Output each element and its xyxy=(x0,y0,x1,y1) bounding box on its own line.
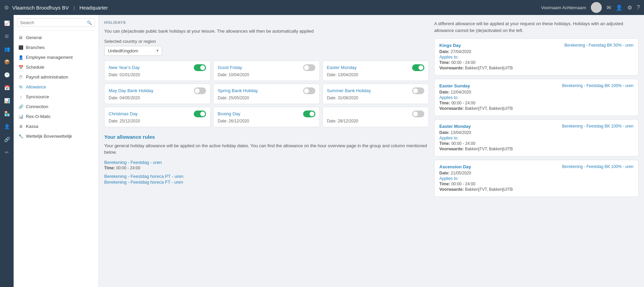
holiday-date-0: Date: 01/01/2020 xyxy=(109,72,206,77)
holiday-toggle-8[interactable] xyxy=(412,111,424,117)
sidebar-item-allowance[interactable]: % Allowance xyxy=(14,82,98,92)
mail-icon[interactable]: ✉ xyxy=(607,4,611,11)
holiday-toggle-7[interactable] xyxy=(303,111,315,117)
gear-settings-icon[interactable]: ⚙ xyxy=(4,4,9,11)
detail-card-calc-1: Berekening - Feestdag BK 100% - uren xyxy=(562,83,633,88)
holiday-card-2: Easter Monday Date: 13/04/2020 xyxy=(323,61,429,81)
user-avatar xyxy=(591,2,602,13)
sidebar-item-kassa[interactable]: 🖥 Kassa xyxy=(14,121,98,131)
section-tag: HOLIDAYS xyxy=(104,20,429,24)
strip-grid-icon[interactable]: ⊞ xyxy=(1,31,12,41)
holidays-info-text: You can (de)activate public bank holiday… xyxy=(104,28,429,35)
sidebar-item-label-general: General xyxy=(26,35,42,40)
sidebar-item-wettelijk[interactable]: 🔧 Wettelijk Bovenwettelijk xyxy=(14,131,98,141)
region-select-wrapper[interactable]: UnitedKingdom Netherlands Belgium German… xyxy=(104,46,162,56)
holiday-toggle-6[interactable] xyxy=(194,111,206,117)
holiday-toggle-0[interactable] xyxy=(194,64,206,71)
detail-card-time-3: Time: 00:00 - 24:00 xyxy=(439,182,633,186)
help-icon[interactable]: ? xyxy=(637,4,640,11)
holiday-toggle-1[interactable] xyxy=(303,64,315,71)
right-info-text: A different allowance will be applied at… xyxy=(434,20,639,34)
syncsource-icon: ↕ xyxy=(18,95,23,99)
strip-link-icon[interactable]: 🔗 xyxy=(1,134,12,145)
strip-people-icon[interactable]: 👥 xyxy=(1,44,12,54)
holiday-date-5: Date: 31/08/2020 xyxy=(327,96,424,100)
allowance-desc: Your general holiday allowance will be a… xyxy=(104,142,429,156)
holiday-date-4: Date: 25/05/2020 xyxy=(218,96,315,100)
topnav-location: Headquarter xyxy=(79,5,108,11)
topnav-left: ⚙ Vlaamsch Broodhuys BV | Headquarter xyxy=(4,4,108,11)
sidebar-item-label-kassa: Kassa xyxy=(26,124,38,129)
allowance-rule-time-0: Time: 00:00 - 24:00 xyxy=(104,166,429,170)
holiday-name-1: Good Friday xyxy=(218,65,242,70)
holiday-toggle-2[interactable] xyxy=(412,64,424,71)
detail-card-date-3: Date: 21/05/2020 xyxy=(439,171,633,175)
strip-pen-icon[interactable]: ✏ xyxy=(1,147,12,158)
detail-card-name-3: Ascension Day xyxy=(439,164,471,169)
sidebar: 🔍 🏛 General ⬛ Branches 👤 Employee manage… xyxy=(14,15,99,287)
region-select[interactable]: UnitedKingdom Netherlands Belgium German… xyxy=(104,46,162,56)
holiday-date-2: Date: 13/04/2020 xyxy=(327,72,424,77)
allowance-rule-link-0[interactable]: Berekening - Feestdag - uren xyxy=(104,160,429,165)
detail-card-time-2: Time: 00:00 - 24:00 xyxy=(439,141,633,146)
strip-chart-icon[interactable]: 📈 xyxy=(1,18,12,29)
strip-user2-icon[interactable]: 👤 xyxy=(1,121,12,132)
strip-shop-icon[interactable]: 🏪 xyxy=(1,108,12,119)
user-icon[interactable]: 👤 xyxy=(616,4,623,11)
strip-calendar-icon[interactable]: 📅 xyxy=(1,82,12,93)
branches-icon: ⬛ xyxy=(18,45,23,50)
icon-strip: 📈 ⊞ 👥 📦 🕐 📅 📊 🏪 👤 🔗 ✏ xyxy=(0,15,14,287)
wettelijk-icon: 🔧 xyxy=(18,134,23,139)
holiday-toggle-3[interactable] xyxy=(194,87,206,94)
strip-chart2-icon[interactable]: 📊 xyxy=(1,95,12,106)
holiday-toggle-5[interactable] xyxy=(412,87,424,94)
main-content: HOLIDAYS You can (de)activate public ban… xyxy=(99,15,644,287)
detail-card-3: Ascension Day Berekening - Feestdag BK 1… xyxy=(434,160,639,197)
sidebar-nav: 🏛 General ⬛ Branches 👤 Employee manageme… xyxy=(14,31,98,143)
holiday-date-3: Date: 04/05/2020 xyxy=(109,96,206,100)
holiday-card-4: Spring Bank Holiday Date: 25/05/2020 xyxy=(213,84,319,104)
holiday-name-5: Summer Bank Holiday xyxy=(327,88,371,93)
sidebar-item-payroll[interactable]: ⏱ Payroll administration xyxy=(14,72,98,82)
detail-card-2: Easter Monday Berekening - Feestdag BK 1… xyxy=(434,119,639,156)
connection-icon: 🔗 xyxy=(18,104,23,109)
region-label: Selected country or region xyxy=(104,39,429,44)
allowance-rule-link-1[interactable]: Berekening - Feestdag horeca PT - uren xyxy=(104,174,429,179)
sidebar-item-connection[interactable]: 🔗 Connection xyxy=(14,102,98,112)
detail-card-applies-2: Applies to: xyxy=(439,136,633,140)
holiday-name-6: Christmas Day xyxy=(109,111,138,116)
payroll-icon: ⏱ xyxy=(18,75,23,80)
holiday-card-0: New Year's Day Date: 01/01/2020 xyxy=(104,61,210,81)
strip-box-icon[interactable]: 📦 xyxy=(1,56,12,67)
detail-card-applies-0: Applies to: xyxy=(439,55,633,60)
sidebar-item-label-employee: Employee management xyxy=(26,55,73,60)
search-input-wrapper[interactable]: 🔍 xyxy=(17,18,95,27)
holiday-toggle-4[interactable] xyxy=(303,87,315,94)
detail-card-0: Kings Day Berekening - Feestdag BK 50% -… xyxy=(434,38,639,75)
gear-icon[interactable]: ⚙ xyxy=(627,4,632,11)
topnav-company: Vlaamsch Broodhuys BV xyxy=(12,5,69,11)
topnav: ⚙ Vlaamsch Broodhuys BV | Headquarter Vo… xyxy=(0,0,644,15)
holiday-date-6: Date: 25/12/2020 xyxy=(109,119,206,123)
kassa-icon: 🖥 xyxy=(18,124,23,129)
allowance-rule-link-2[interactable]: Berekening - Feestdag horeca FT - uren xyxy=(104,180,429,185)
sidebar-item-general[interactable]: 🏛 General xyxy=(14,33,98,43)
sidebar-item-branches[interactable]: ⬛ Branches xyxy=(14,43,98,52)
sidebar-item-syncsource[interactable]: ↕ Syncsource xyxy=(14,92,98,102)
sidebar-item-rex[interactable]: 📊 Rex-O-Matic xyxy=(14,112,98,121)
right-panel: A different allowance will be applied at… xyxy=(434,20,639,282)
holiday-name-3: May Day Bank Holiday xyxy=(109,88,154,93)
sidebar-search-area: 🔍 xyxy=(14,15,98,31)
detail-card-calc-3: Berekening - Feestdag BK 100% - uren xyxy=(562,164,633,169)
sidebar-item-label-connection: Connection xyxy=(26,104,48,109)
detail-card-date-2: Date: 13/04/2020 xyxy=(439,130,633,135)
sidebar-item-employee-management[interactable]: 👤 Employee management xyxy=(14,52,98,62)
detail-card-date-0: Date: 27/04/2020 xyxy=(439,49,633,54)
sidebar-item-label-wettelijk: Wettelijk Bovenwettelijk xyxy=(26,134,72,139)
strip-clock-icon[interactable]: 🕐 xyxy=(1,69,12,80)
detail-card-name-2: Easter Monday xyxy=(439,124,471,129)
holiday-card-7: Boxing Day Date: 26/12/2020 xyxy=(213,107,319,127)
search-input[interactable] xyxy=(20,20,87,25)
sidebar-item-schedule[interactable]: 📅 Schedule xyxy=(14,62,98,72)
sidebar-item-label-payroll: Payroll administration xyxy=(26,74,68,80)
